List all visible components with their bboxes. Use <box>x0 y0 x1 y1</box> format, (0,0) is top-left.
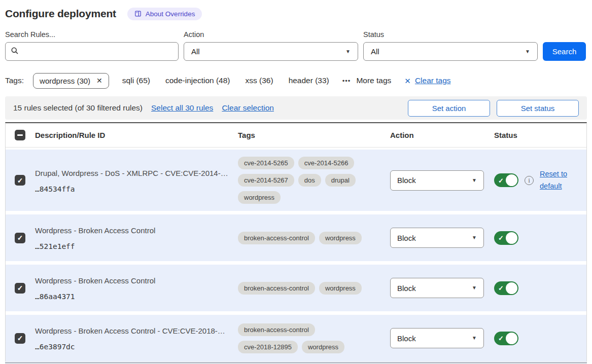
rule-tags-cell: broken-access-controlcve-2018-12895wordp… <box>238 323 376 353</box>
book-icon <box>134 10 142 17</box>
col-status: Status <box>494 131 580 139</box>
tags-bar: Tags: wordpress (30) ✕ sqli (65)code-inj… <box>5 72 587 89</box>
rule-tags-cell: cve-2014-5265cve-2014-5266cve-2014-5267d… <box>238 157 376 204</box>
tag-filter-option[interactable]: code-injection (48) <box>165 76 230 85</box>
tag-filter-option[interactable]: header (33) <box>289 76 329 85</box>
rule-description-cell: Wordpress - Broken Access Control - CVE:… <box>35 325 238 351</box>
table-row: ✓ Wordpress - Broken Access Control …86a… <box>6 265 586 311</box>
chevron-down-icon: ▼ <box>472 336 477 341</box>
rule-id: …86aa4371 <box>35 293 231 301</box>
rule-description-cell: Wordpress - Broken Access Control …86aa4… <box>35 275 238 301</box>
about-overrides-label: About Overrides <box>146 10 195 18</box>
table-row: ✓ Drupal, Wordpress - DoS - XMLRPC - CVE… <box>6 150 586 211</box>
rule-tag: cve-2014-5265 <box>238 157 294 169</box>
rule-enabled-toggle[interactable]: ✓ <box>494 231 518 245</box>
rule-tag: broken-access-control <box>238 232 315 244</box>
chevron-down-icon: ▼ <box>472 285 477 290</box>
rule-enabled-toggle[interactable]: ✓ <box>494 332 518 345</box>
more-tags-button[interactable]: ••• More tags <box>342 76 392 85</box>
check-icon: ✓ <box>17 234 23 241</box>
chevron-down-icon: ▼ <box>525 49 530 54</box>
rules-table-body: ✓ Drupal, Wordpress - DoS - XMLRPC - CVE… <box>6 148 586 361</box>
rule-id: …6e3897dc <box>35 343 231 351</box>
col-description: Description/Rule ID <box>35 131 238 139</box>
tag-filter-option[interactable]: xss (36) <box>246 76 273 85</box>
toggle-knob <box>506 174 517 186</box>
row-checkbox[interactable]: ✓ <box>15 233 25 243</box>
chevron-down-icon: ▼ <box>345 49 351 54</box>
ellipsis-icon: ••• <box>342 77 351 85</box>
rule-action-select[interactable]: Block ▼ <box>390 328 484 348</box>
rule-tag: wordpress <box>302 341 344 353</box>
rule-action-cell: Block ▼ <box>390 278 494 298</box>
clear-tags-button[interactable]: ✕ Clear tags <box>404 76 450 85</box>
page: Configure deployment About Overrides Sea… <box>0 0 592 363</box>
rule-tag: dos <box>298 174 321 187</box>
toggle-knob <box>506 282 517 294</box>
search-input-box <box>5 42 179 61</box>
clear-tags-label: Clear tags <box>415 76 451 85</box>
selection-bar: 15 rules selected (of 30 filtered rules)… <box>5 96 587 120</box>
tag-filter-option[interactable]: sqli (65) <box>122 76 150 85</box>
status-filter-select[interactable]: All ▼ <box>363 42 538 61</box>
about-overrides-badge[interactable]: About Overrides <box>127 8 202 20</box>
search-rules-label: Search Rules... <box>5 29 179 40</box>
rule-enabled-toggle[interactable]: ✓ <box>494 173 518 187</box>
toggle-knob <box>506 333 517 344</box>
toggle-knob <box>506 232 517 244</box>
rule-enabled-toggle[interactable]: ✓ <box>494 281 518 295</box>
check-icon: ✓ <box>17 335 23 342</box>
rule-action-cell: Block ▼ <box>390 328 494 348</box>
selected-tag-wordpress[interactable]: wordpress (30) ✕ <box>33 73 109 89</box>
rule-tag: wordpress <box>319 232 362 244</box>
set-status-button[interactable]: Set status <box>497 100 579 117</box>
check-icon: ✓ <box>498 285 504 292</box>
rule-tag: cve-2014-5267 <box>238 174 294 187</box>
rule-action-value: Block <box>397 234 416 242</box>
row-checkbox[interactable]: ✓ <box>15 333 25 344</box>
col-tags: Tags <box>238 131 390 139</box>
rule-description-cell: Drupal, Wordpress - DoS - XMLRPC - CVE:C… <box>35 168 238 193</box>
rule-description: Wordpress - Broken Access Control <box>35 275 231 286</box>
rule-action-cell: Block ▼ <box>390 170 494 191</box>
rule-action-select[interactable]: Block ▼ <box>390 170 484 191</box>
row-checkbox[interactable]: ✓ <box>15 175 25 186</box>
check-icon: ✓ <box>498 177 504 184</box>
table-row: ✓ Wordpress - Broken Access Control …521… <box>6 214 586 261</box>
table-header-row: Description/Rule ID Tags Action Status <box>6 123 586 148</box>
rule-action-select[interactable]: Block ▼ <box>390 228 484 248</box>
rule-status-cell: ✓ <box>494 231 580 245</box>
rule-description: Drupal, Wordpress - DoS - XMLRPC - CVE:C… <box>35 168 231 178</box>
close-icon: ✕ <box>404 77 411 85</box>
status-filter-value: All <box>371 47 379 56</box>
rule-action-select[interactable]: Block ▼ <box>390 278 484 298</box>
rule-tag: cve-2014-5266 <box>298 157 355 169</box>
action-filter-select[interactable]: All ▼ <box>184 42 358 61</box>
check-icon: ✓ <box>17 177 23 184</box>
page-header: Configure deployment About Overrides <box>5 6 587 21</box>
row-checkbox[interactable]: ✓ <box>15 283 25 294</box>
set-action-button[interactable]: Set action <box>408 100 490 117</box>
rule-description-cell: Wordpress - Broken Access Control …521e1… <box>35 225 238 250</box>
chevron-down-icon: ▼ <box>472 178 477 183</box>
search-icon <box>11 47 19 57</box>
search-button[interactable]: Search <box>543 42 586 61</box>
indeterminate-icon <box>17 134 23 136</box>
search-input[interactable] <box>23 47 173 56</box>
rule-id: …84534ffa <box>35 185 231 193</box>
check-icon: ✓ <box>498 335 504 342</box>
rule-description: Wordpress - Broken Access Control <box>35 225 231 236</box>
reset-to-default-link[interactable]: Reset to default <box>540 168 572 192</box>
check-icon: ✓ <box>17 284 23 292</box>
page-title: Configure deployment <box>5 8 116 20</box>
info-icon[interactable]: i <box>525 176 534 185</box>
rule-action-value: Block <box>397 284 416 293</box>
select-all-checkbox[interactable] <box>15 130 25 140</box>
col-action: Action <box>390 131 494 139</box>
chevron-down-icon: ▼ <box>472 235 477 240</box>
rules-table: Description/Rule ID Tags Action Status ✓… <box>5 122 587 361</box>
rule-action-value: Block <box>397 334 416 343</box>
clear-selection-link[interactable]: Clear selection <box>222 103 274 113</box>
select-all-link[interactable]: Select all 30 rules <box>151 103 213 113</box>
remove-tag-icon[interactable]: ✕ <box>96 77 102 84</box>
